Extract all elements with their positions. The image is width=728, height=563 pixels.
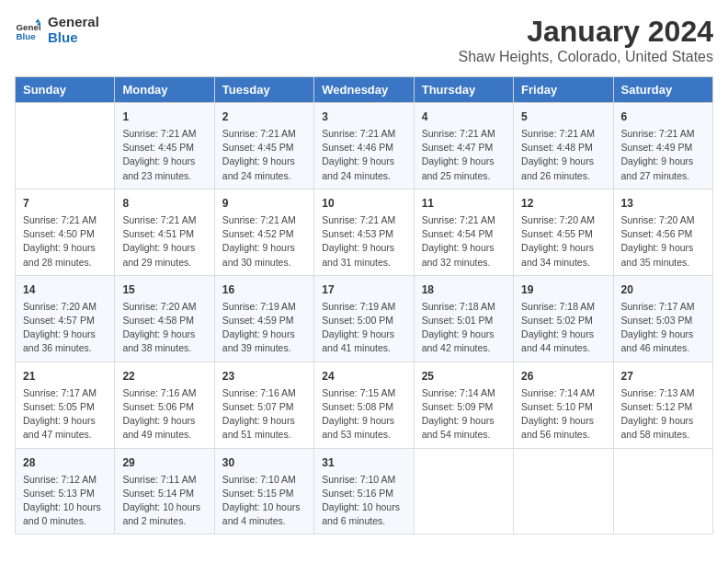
day-cell: 28Sunrise: 7:12 AMSunset: 5:13 PMDayligh…: [16, 448, 115, 534]
day-number: 9: [222, 195, 306, 212]
month-year-title: January 2024: [459, 15, 713, 49]
day-number: 30: [222, 454, 306, 471]
day-info: Sunrise: 7:18 AMSunset: 5:02 PMDaylight:…: [521, 300, 605, 356]
calendar-table: SundayMondayTuesdayWednesdayThursdayFrid…: [15, 76, 713, 534]
day-cell: 16Sunrise: 7:19 AMSunset: 4:59 PMDayligh…: [214, 275, 313, 362]
day-info: Sunrise: 7:21 AMSunset: 4:46 PMDaylight:…: [322, 127, 405, 183]
day-cell: 7Sunrise: 7:21 AMSunset: 4:50 PMDaylight…: [16, 189, 115, 275]
day-number: 7: [23, 195, 107, 212]
day-cell: 18Sunrise: 7:18 AMSunset: 5:01 PMDayligh…: [414, 275, 513, 362]
day-cell: 10Sunrise: 7:21 AMSunset: 4:53 PMDayligh…: [314, 189, 414, 275]
day-number: 26: [521, 368, 605, 385]
day-info: Sunrise: 7:21 AMSunset: 4:47 PMDaylight:…: [422, 127, 506, 183]
week-row-5: 28Sunrise: 7:12 AMSunset: 5:13 PMDayligh…: [16, 448, 713, 534]
day-number: 14: [23, 282, 107, 298]
day-number: 25: [422, 368, 506, 385]
day-info: Sunrise: 7:10 AMSunset: 5:15 PMDaylight:…: [222, 473, 306, 529]
day-number: 3: [322, 109, 405, 125]
day-info: Sunrise: 7:14 AMSunset: 5:10 PMDaylight:…: [521, 386, 605, 442]
day-number: 27: [621, 368, 705, 385]
day-number: 23: [222, 368, 306, 385]
day-number: 2: [222, 109, 306, 125]
day-info: Sunrise: 7:20 AMSunset: 4:56 PMDaylight:…: [621, 213, 705, 270]
day-cell: 27Sunrise: 7:13 AMSunset: 5:12 PMDayligh…: [613, 362, 712, 448]
day-cell: 5Sunrise: 7:21 AMSunset: 4:48 PMDaylight…: [514, 103, 613, 190]
day-cell: 30Sunrise: 7:10 AMSunset: 5:15 PMDayligh…: [214, 448, 313, 534]
svg-marker-2: [35, 18, 40, 22]
day-number: 4: [422, 109, 506, 125]
day-number: 11: [422, 195, 506, 212]
day-cell: 26Sunrise: 7:14 AMSunset: 5:10 PMDayligh…: [514, 362, 613, 448]
day-cell: 20Sunrise: 7:17 AMSunset: 5:03 PMDayligh…: [613, 275, 712, 362]
day-cell: 29Sunrise: 7:11 AMSunset: 5:14 PMDayligh…: [115, 448, 214, 534]
day-info: Sunrise: 7:12 AMSunset: 5:13 PMDaylight:…: [23, 473, 107, 529]
logo-text: GeneralBlue: [48, 15, 99, 45]
day-number: 6: [621, 109, 705, 125]
day-info: Sunrise: 7:15 AMSunset: 5:08 PMDaylight:…: [322, 386, 405, 442]
day-info: Sunrise: 7:20 AMSunset: 4:58 PMDaylight:…: [122, 300, 206, 356]
title-area: January 2024 Shaw Heights, Colorado, Uni…: [459, 15, 713, 65]
day-number: 13: [621, 195, 705, 212]
day-info: Sunrise: 7:13 AMSunset: 5:12 PMDaylight:…: [621, 386, 705, 442]
day-cell: [613, 448, 712, 534]
day-info: Sunrise: 7:19 AMSunset: 5:00 PMDaylight:…: [322, 300, 405, 356]
day-info: Sunrise: 7:16 AMSunset: 5:07 PMDaylight:…: [222, 386, 306, 442]
column-header-sunday: Sunday: [16, 77, 115, 103]
day-number: 1: [122, 109, 206, 125]
day-number: 19: [521, 282, 605, 298]
day-cell: 3Sunrise: 7:21 AMSunset: 4:46 PMDaylight…: [314, 103, 414, 190]
week-row-4: 21Sunrise: 7:17 AMSunset: 5:05 PMDayligh…: [16, 362, 713, 448]
day-number: 16: [222, 282, 306, 298]
day-cell: 9Sunrise: 7:21 AMSunset: 4:52 PMDaylight…: [214, 189, 313, 275]
day-number: 15: [122, 282, 206, 298]
day-number: 22: [122, 368, 206, 385]
day-info: Sunrise: 7:21 AMSunset: 4:48 PMDaylight:…: [521, 127, 605, 183]
day-info: Sunrise: 7:17 AMSunset: 5:03 PMDaylight:…: [621, 300, 705, 356]
day-info: Sunrise: 7:19 AMSunset: 4:59 PMDaylight:…: [222, 300, 306, 356]
column-header-friday: Friday: [514, 77, 613, 103]
day-cell: 19Sunrise: 7:18 AMSunset: 5:02 PMDayligh…: [514, 275, 613, 362]
day-cell: [514, 448, 613, 534]
day-number: 5: [521, 109, 605, 125]
day-cell: 21Sunrise: 7:17 AMSunset: 5:05 PMDayligh…: [16, 362, 115, 448]
day-number: 24: [322, 368, 405, 385]
column-header-monday: Monday: [115, 77, 214, 103]
week-row-3: 14Sunrise: 7:20 AMSunset: 4:57 PMDayligh…: [16, 275, 713, 362]
day-cell: 24Sunrise: 7:15 AMSunset: 5:08 PMDayligh…: [314, 362, 414, 448]
day-cell: 8Sunrise: 7:21 AMSunset: 4:51 PMDaylight…: [115, 189, 214, 275]
day-number: 17: [322, 282, 405, 298]
day-cell: 17Sunrise: 7:19 AMSunset: 5:00 PMDayligh…: [314, 275, 414, 362]
day-info: Sunrise: 7:18 AMSunset: 5:01 PMDaylight:…: [422, 300, 506, 356]
day-number: 12: [521, 195, 605, 212]
day-info: Sunrise: 7:20 AMSunset: 4:57 PMDaylight:…: [23, 300, 107, 356]
day-info: Sunrise: 7:21 AMSunset: 4:45 PMDaylight:…: [222, 127, 306, 183]
column-header-saturday: Saturday: [613, 77, 712, 103]
day-info: Sunrise: 7:10 AMSunset: 5:16 PMDaylight:…: [322, 473, 405, 529]
day-number: 21: [23, 368, 107, 385]
day-cell: [16, 103, 115, 190]
day-info: Sunrise: 7:21 AMSunset: 4:53 PMDaylight:…: [322, 213, 405, 270]
day-cell: [414, 448, 513, 534]
day-cell: 6Sunrise: 7:21 AMSunset: 4:49 PMDaylight…: [613, 103, 712, 190]
day-cell: 11Sunrise: 7:21 AMSunset: 4:54 PMDayligh…: [414, 189, 513, 275]
week-row-1: 1Sunrise: 7:21 AMSunset: 4:45 PMDaylight…: [16, 103, 713, 190]
day-cell: 23Sunrise: 7:16 AMSunset: 5:07 PMDayligh…: [214, 362, 313, 448]
week-row-2: 7Sunrise: 7:21 AMSunset: 4:50 PMDaylight…: [16, 189, 713, 275]
day-info: Sunrise: 7:21 AMSunset: 4:54 PMDaylight:…: [422, 213, 506, 270]
svg-text:Blue: Blue: [16, 30, 36, 40]
day-number: 31: [322, 454, 405, 471]
day-number: 8: [122, 195, 206, 212]
header: General Blue GeneralBlue January 2024 Sh…: [15, 15, 713, 65]
day-cell: 12Sunrise: 7:20 AMSunset: 4:55 PMDayligh…: [514, 189, 613, 275]
day-number: 20: [621, 282, 705, 298]
day-cell: 13Sunrise: 7:20 AMSunset: 4:56 PMDayligh…: [613, 189, 712, 275]
day-info: Sunrise: 7:20 AMSunset: 4:55 PMDaylight:…: [521, 213, 605, 270]
day-number: 18: [422, 282, 506, 298]
day-cell: 31Sunrise: 7:10 AMSunset: 5:16 PMDayligh…: [314, 448, 414, 534]
day-info: Sunrise: 7:21 AMSunset: 4:52 PMDaylight:…: [222, 213, 306, 270]
day-info: Sunrise: 7:11 AMSunset: 5:14 PMDaylight:…: [122, 473, 206, 529]
column-header-tuesday: Tuesday: [214, 77, 313, 103]
day-number: 28: [23, 454, 107, 471]
day-cell: 25Sunrise: 7:14 AMSunset: 5:09 PMDayligh…: [414, 362, 513, 448]
day-info: Sunrise: 7:21 AMSunset: 4:51 PMDaylight:…: [122, 213, 206, 270]
